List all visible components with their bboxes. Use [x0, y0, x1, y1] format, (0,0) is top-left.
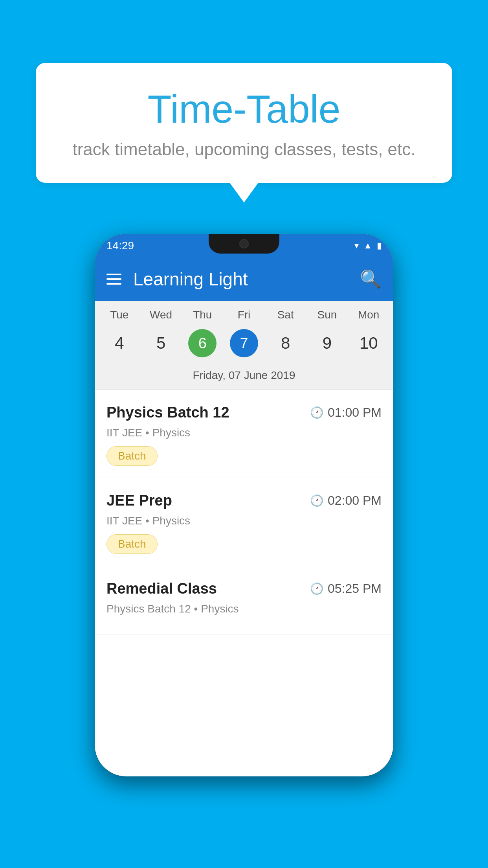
- hamburger-line-2: [106, 278, 121, 280]
- bubble-subtitle: track timetable, upcoming classes, tests…: [67, 140, 421, 159]
- search-icon[interactable]: 🔍: [360, 269, 382, 289]
- day-5[interactable]: 5: [140, 329, 182, 357]
- clock-icon-3: 🕐: [310, 582, 324, 595]
- app-bar: Learning Light 🔍: [95, 257, 393, 301]
- calendar-section: Tue Wed Thu Fri Sat Sun Mon 4 5 6 7 8: [95, 301, 393, 390]
- front-camera: [239, 239, 249, 248]
- day-headers: Tue Wed Thu Fri Sat Sun Mon: [95, 301, 393, 325]
- app-title: Learning Light: [133, 268, 360, 290]
- day-6-today[interactable]: 6: [188, 329, 216, 357]
- day-numbers: 4 5 6 7 8 9 10: [95, 325, 393, 365]
- class-name-1: Physics Batch 12: [106, 404, 229, 421]
- hamburger-line-3: [106, 283, 121, 285]
- day-header-thu: Thu: [182, 309, 223, 321]
- bubble-title: Time-Table: [67, 86, 421, 132]
- class-time-text-1: 01:00 PM: [328, 405, 382, 420]
- day-header-tue: Tue: [99, 309, 140, 321]
- class-category-1: IIT JEE • Physics: [106, 427, 382, 439]
- day-header-fri: Fri: [223, 309, 265, 321]
- class-item-jee-prep[interactable]: JEE Prep 🕐 02:00 PM IIT JEE • Physics Ba…: [95, 478, 393, 566]
- battery-icon: ▮: [377, 241, 382, 251]
- status-time: 14:29: [106, 239, 134, 252]
- class-time-text-3: 05:25 PM: [328, 581, 382, 596]
- hamburger-line-1: [106, 274, 121, 275]
- batch-badge-2: Batch: [106, 534, 158, 554]
- class-header-2: JEE Prep 🕐 02:00 PM: [106, 492, 382, 509]
- signal-icon: ▲: [363, 241, 372, 251]
- day-header-sat: Sat: [265, 309, 306, 321]
- batch-badge-1: Batch: [106, 446, 158, 466]
- phone-mockup: 14:29 ▾ ▲ ▮: [95, 234, 393, 765]
- day-header-wed: Wed: [140, 309, 182, 321]
- day-8[interactable]: 8: [265, 329, 306, 357]
- class-item-remedial[interactable]: Remedial Class 🕐 05:25 PM Physics Batch …: [95, 566, 393, 634]
- day-header-mon: Mon: [348, 309, 389, 321]
- class-category-3: Physics Batch 12 • Physics: [106, 603, 382, 615]
- speech-bubble: Time-Table track timetable, upcoming cla…: [36, 63, 452, 183]
- day-10[interactable]: 10: [348, 329, 389, 357]
- clock-icon-2: 🕐: [310, 494, 324, 507]
- status-icons: ▾ ▲ ▮: [354, 241, 382, 251]
- phone-screen: 14:29 ▾ ▲ ▮: [95, 234, 393, 776]
- phone-notch: [209, 234, 279, 254]
- screen-content: 14:29 ▾ ▲ ▮: [95, 234, 393, 776]
- selected-date: Friday, 07 June 2019: [95, 365, 393, 390]
- class-header-1: Physics Batch 12 🕐 01:00 PM: [106, 404, 382, 421]
- class-time-2: 🕐 02:00 PM: [310, 493, 382, 508]
- class-time-1: 🕐 01:00 PM: [310, 405, 382, 420]
- class-list: Physics Batch 12 🕐 01:00 PM IIT JEE • Ph…: [95, 390, 393, 634]
- day-7-selected[interactable]: 7: [230, 329, 258, 357]
- class-name-3: Remedial Class: [106, 580, 217, 597]
- day-header-sun: Sun: [306, 309, 348, 321]
- class-time-text-2: 02:00 PM: [328, 493, 382, 508]
- class-name-2: JEE Prep: [106, 492, 172, 509]
- class-category-2: IIT JEE • Physics: [106, 515, 382, 527]
- class-header-3: Remedial Class 🕐 05:25 PM: [106, 580, 382, 597]
- phone-frame: 14:29 ▾ ▲ ▮: [95, 234, 393, 776]
- hamburger-menu[interactable]: [106, 274, 121, 285]
- class-time-3: 🕐 05:25 PM: [310, 581, 382, 596]
- day-9[interactable]: 9: [306, 329, 348, 357]
- day-4[interactable]: 4: [99, 329, 140, 357]
- clock-icon-1: 🕐: [310, 406, 324, 419]
- class-item-physics-batch-12[interactable]: Physics Batch 12 🕐 01:00 PM IIT JEE • Ph…: [95, 390, 393, 478]
- wifi-icon: ▾: [354, 241, 359, 251]
